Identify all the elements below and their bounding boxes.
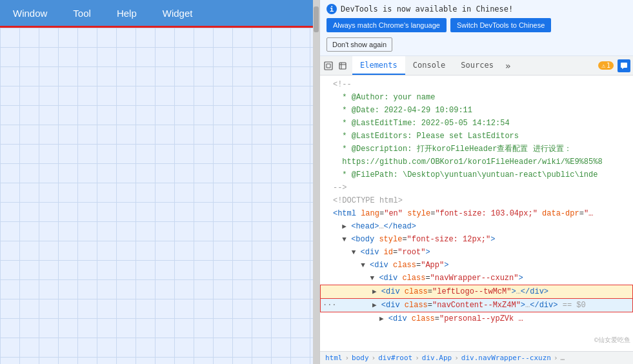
notification-text: DevTools is now available in Chinese! — [341, 5, 513, 14]
notification-bar: i DevTools is now available in Chinese! … — [320, 0, 633, 56]
cursor-icon[interactable] — [323, 60, 334, 72]
code-area: <!-- * @Author: your name * @Date: 2022-… — [320, 76, 633, 351]
code-line-5: * @LastEditors: Please set LastEditors — [320, 130, 633, 143]
warning-count: 1 — [607, 62, 610, 69]
tab-sources[interactable]: Sources — [453, 56, 501, 75]
breadcrumb-sep-5: › — [554, 354, 558, 362]
code-line-13[interactable]: ▼ <body style="font-size: 12px;"> — [320, 233, 633, 246]
code-line-4: * @LastEditTime: 2022-05-05 14:12:54 — [320, 117, 633, 130]
devtools-tabs: Elements Console Sources » ⚠ 1 — [320, 56, 633, 76]
code-line-2: * @Author: your name — [320, 91, 633, 104]
menu-widget[interactable]: Widget — [156, 5, 199, 21]
warning-badge[interactable]: ⚠ 1 — [598, 61, 614, 70]
scrollbar-thumb[interactable] — [314, 6, 319, 32]
code-line-9: --> — [320, 181, 633, 194]
tab-console[interactable]: Console — [405, 56, 454, 75]
breadcrumb-sep-3: › — [415, 354, 419, 362]
breadcrumb-div-root[interactable]: div#root — [378, 354, 412, 362]
left-panel: Window Tool Help Widget — [0, 0, 313, 364]
menu-help[interactable]: Help — [110, 5, 143, 21]
code-line-10: <!DOCTYPE html> — [320, 194, 633, 207]
box-icon[interactable] — [337, 60, 348, 72]
warning-triangle-icon: ⚠ — [601, 62, 605, 69]
code-line-16[interactable]: ▼ <div class="navWrapper--cxuzn"> — [320, 272, 633, 285]
watermark: ©仙女爱吃鱼 — [594, 336, 630, 345]
code-line-19[interactable]: ▶ <div class="personal--ypZVk … — [320, 312, 633, 325]
tab-elements[interactable]: Elements — [352, 56, 405, 75]
vertical-scrollbar[interactable] — [313, 0, 319, 364]
svg-rect-0 — [325, 62, 332, 70]
code-line-7: https://github.com/OBKoro1/koro1FileHead… — [320, 156, 633, 168]
tab-icons — [323, 60, 348, 72]
notification-buttons: Always match Chrome's language Switch De… — [327, 18, 627, 32]
code-line-1: <!-- — [320, 78, 633, 91]
breadcrumb-html[interactable]: html — [325, 354, 343, 362]
svg-rect-2 — [621, 63, 627, 68]
menu-bar: Window Tool Help Widget — [0, 0, 313, 26]
breadcrumb-sep-2: › — [372, 354, 376, 362]
code-line-12[interactable]: ▶ <head>…</head> — [320, 220, 633, 233]
tab-right-area: ⚠ 1 — [598, 59, 630, 72]
code-line-14[interactable]: ▼ <div id="root"> — [320, 246, 633, 259]
code-line-17[interactable]: ▶ <div class="leftLogo--twMcM">…</div> — [320, 285, 633, 299]
notification-title: i DevTools is now available in Chinese! — [327, 4, 627, 14]
breadcrumb-sep-4: › — [454, 354, 459, 362]
code-line-11: <html lang="en" style="font-size: 103.04… — [320, 207, 633, 220]
breadcrumb-more: … — [561, 354, 565, 362]
feedback-icon[interactable] — [618, 59, 630, 72]
dont-show-button[interactable]: Don't show again — [327, 37, 392, 52]
code-line-15[interactable]: ▼ <div class="App"> — [320, 259, 633, 272]
breadcrumb-div-navwrapper[interactable]: div.navWrapper--cxuzn — [461, 354, 551, 362]
info-icon: i — [327, 4, 337, 14]
breadcrumb-div-app[interactable]: div.App — [422, 354, 452, 362]
devtools-panel: i DevTools is now available in Chinese! … — [319, 0, 633, 364]
breadcrumb-body[interactable]: body — [352, 354, 369, 362]
tab-more[interactable]: » — [501, 59, 514, 72]
breadcrumb-bar: html › body › div#root › div.App › div.n… — [320, 351, 633, 364]
code-line-3: * @Date: 2022-04-29 10:09:11 — [320, 104, 633, 117]
canvas-area[interactable] — [0, 28, 313, 364]
code-line-8: * @FilePath: \Desktop\yuntuan\yuntuan-re… — [320, 168, 633, 181]
breadcrumb-sep-1: › — [345, 354, 349, 362]
switch-chinese-button[interactable]: Switch DevTools to Chinese — [450, 18, 551, 32]
menu-window[interactable]: Window — [6, 5, 54, 21]
svg-rect-1 — [339, 63, 346, 69]
menu-tool[interactable]: Tool — [66, 5, 97, 21]
code-line-18[interactable]: ··· ▶ <div class="navContent--MxZ4M">…</… — [320, 299, 633, 312]
three-dots-icon[interactable]: ··· — [323, 299, 337, 311]
match-language-button[interactable]: Always match Chrome's language — [327, 18, 447, 32]
code-line-6: * @Description: 打开koroFileHeader查看配置 进行设… — [320, 143, 633, 156]
